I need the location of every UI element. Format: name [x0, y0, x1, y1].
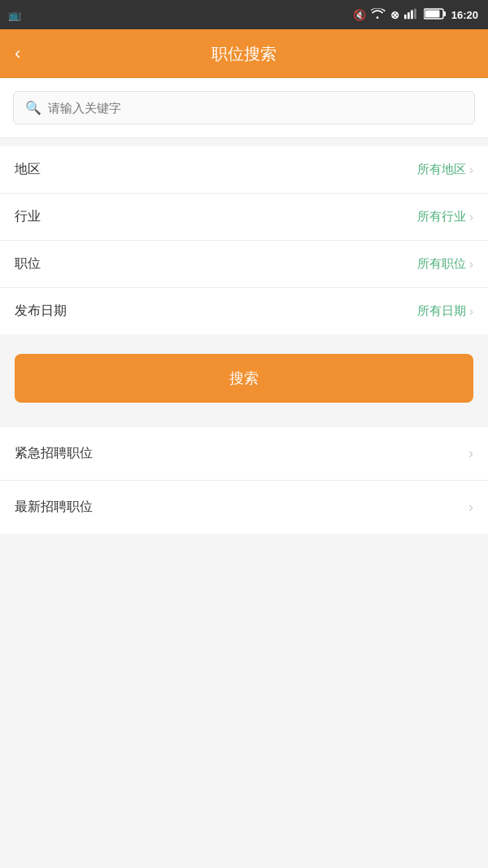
back-button[interactable]: ‹	[15, 45, 20, 63]
filter-section: 地区 所有地区 › 行业 所有行业 › 职位 所有职位 › 发布日期 所有日期 …	[0, 146, 488, 334]
page-title: 职位搜索	[211, 43, 277, 65]
filter-right-region: 所有地区 ›	[417, 162, 473, 177]
filter-row-position[interactable]: 职位 所有职位 ›	[0, 241, 488, 288]
chevron-icon-urgent: ›	[468, 445, 473, 462]
svg-rect-3	[414, 8, 416, 19]
filter-right-date: 所有日期 ›	[417, 303, 473, 319]
chevron-icon-industry: ›	[469, 210, 473, 225]
chevron-icon-latest: ›	[468, 499, 473, 516]
quick-link-urgent[interactable]: 紧急招聘职位 ›	[0, 427, 488, 481]
filter-label-date: 发布日期	[15, 303, 67, 320]
svg-rect-1	[407, 12, 410, 19]
search-input[interactable]	[48, 101, 463, 115]
status-bar: 📺 🔇 ⊗ 16:20	[0, 0, 488, 29]
filter-label-industry: 行业	[15, 208, 41, 225]
chevron-icon-date: ›	[469, 304, 473, 319]
status-left: 📺	[8, 9, 21, 21]
svg-rect-5	[443, 11, 446, 16]
mute-icon: 🔇	[353, 9, 366, 21]
screen-icon: 📺	[8, 9, 21, 21]
quick-link-latest-label: 最新招聘职位	[15, 499, 93, 516]
filter-value-industry: 所有行业	[417, 209, 466, 225]
search-button[interactable]: 搜索	[15, 354, 473, 403]
chevron-icon-region: ›	[469, 163, 473, 177]
filter-right-industry: 所有行业 ›	[417, 209, 473, 225]
search-area: 🔍	[0, 78, 488, 138]
status-right: 🔇 ⊗ 16:20	[353, 8, 478, 22]
signal-icon	[404, 8, 419, 22]
filter-right-position: 所有职位 ›	[417, 256, 473, 272]
search-button-area: 搜索	[0, 334, 488, 427]
bottom-area	[0, 534, 488, 656]
filter-label-region: 地区	[15, 161, 41, 178]
chevron-icon-position: ›	[469, 257, 473, 272]
battery-icon	[424, 8, 447, 22]
svg-rect-6	[425, 10, 439, 17]
quick-links: 紧急招聘职位 › 最新招聘职位 ›	[0, 427, 488, 534]
quick-link-urgent-label: 紧急招聘职位	[15, 445, 93, 462]
filter-value-date: 所有日期	[417, 303, 466, 319]
filter-value-position: 所有职位	[417, 256, 466, 272]
svg-rect-2	[411, 10, 413, 19]
filter-row-industry[interactable]: 行业 所有行业 ›	[0, 194, 488, 241]
filter-row-date[interactable]: 发布日期 所有日期 ›	[0, 288, 488, 334]
svg-rect-0	[404, 14, 407, 18]
wifi-icon	[371, 8, 386, 22]
clock: 16:20	[451, 9, 478, 21]
filter-value-region: 所有地区	[417, 162, 466, 177]
filter-row-region[interactable]: 地区 所有地区 ›	[0, 146, 488, 194]
quick-link-latest[interactable]: 最新招聘职位 ›	[0, 481, 488, 534]
app-header: ‹ 职位搜索	[0, 29, 488, 78]
search-icon: 🔍	[25, 100, 41, 116]
sim-icon: ⊗	[390, 9, 399, 21]
filter-label-position: 职位	[15, 255, 41, 273]
search-input-wrapper[interactable]: 🔍	[13, 91, 475, 124]
